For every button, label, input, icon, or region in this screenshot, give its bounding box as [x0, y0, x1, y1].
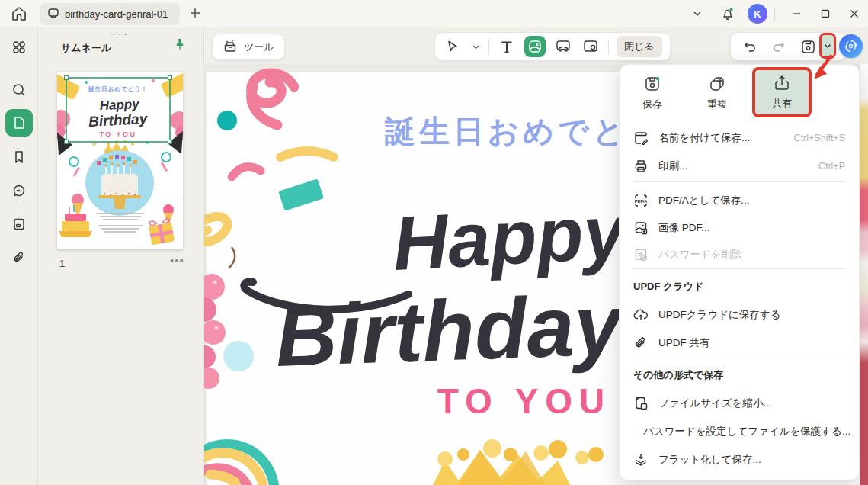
edit-toolbar: 閉じる — [434, 32, 671, 61]
menu-item-label: UPDF 共有 — [658, 336, 710, 350]
quick-duplicate-label: 重複 — [707, 98, 727, 111]
canvas-greeting-jp[interactable]: 誕生日おめでと — [384, 114, 628, 148]
sidebar-item-attachments[interactable] — [5, 244, 33, 271]
menu-item-label: PDF/Aとして保存... — [658, 194, 749, 207]
quick-save-label: 保存 — [642, 98, 662, 111]
menu-item-image-pdf[interactable]: 画像 PDF... — [633, 219, 845, 237]
thumb-title-word2: Birthday — [88, 111, 149, 130]
flatten-layers-icon — [633, 452, 649, 467]
left-icon-rail — [0, 27, 38, 485]
menu-divider — [633, 358, 845, 358]
menu-section-other-formats: その他の形式で保存 — [633, 368, 723, 382]
reduce-file-size-icon — [633, 396, 649, 411]
pin-icon[interactable] — [173, 37, 187, 54]
text-tool[interactable] — [497, 37, 517, 56]
paperclip-icon — [633, 336, 649, 351]
shortcut-label: Ctrl+Shift+S — [794, 133, 845, 143]
save-icon[interactable] — [798, 37, 818, 56]
search-icon[interactable] — [5, 76, 33, 104]
page-thumbnail-1[interactable]: 誕生日おめでとう！ Happy Birthday TO YOU — [57, 72, 183, 249]
menu-item-save-as[interactable]: 名前を付けて保存... Ctrl+Shift+S — [633, 129, 845, 147]
menu-section-cloud: UPDF クラウド — [633, 280, 703, 294]
menu-item-print[interactable]: 印刷... Ctrl+P — [633, 157, 845, 175]
menu-item-protect-with-password[interactable]: パスワードを設定してファイルを保護する... — [633, 422, 845, 441]
stamp-location-tool[interactable] — [581, 37, 601, 56]
canvas-title-word2[interactable]: Birthday — [274, 277, 626, 384]
duplicate-icon — [708, 75, 726, 93]
page-options-icon[interactable]: ••• — [170, 254, 184, 267]
menu-divider — [633, 181, 845, 182]
undo-icon[interactable] — [740, 37, 760, 56]
select-tool-chevron-icon[interactable] — [470, 37, 481, 56]
menu-item-label: パスワードを削除 — [658, 248, 742, 262]
sidebar-item-comments[interactable] — [5, 177, 33, 204]
menu-item-label: フラット化して保存... — [658, 453, 761, 467]
redo-icon[interactable] — [769, 37, 789, 56]
quick-share-button-highlighted[interactable]: 共有 — [752, 67, 812, 117]
menu-item-save-to-cloud[interactable]: UPDFクラウドに保存する — [633, 306, 845, 324]
select-tool[interactable] — [443, 37, 463, 56]
menu-item-label: 印刷... — [658, 159, 687, 173]
menu-item-label: パスワードを設定してファイルを保護する... — [643, 425, 850, 438]
cloud-upload-icon — [633, 307, 649, 323]
save-options-chevron-button[interactable] — [819, 33, 836, 59]
quick-save-button[interactable]: 保存 — [626, 69, 679, 117]
updf-app-window: birthday-card-genral-01 K — [0, 0, 868, 485]
image-tool-selected[interactable] — [524, 36, 546, 57]
quick-share-label: 共有 — [772, 97, 792, 111]
app-grid-icon[interactable] — [5, 34, 33, 61]
thumb-greeting-jp: 誕生日おめでとう！ — [88, 85, 147, 92]
menu-divider — [633, 268, 845, 269]
thumb-subtitle: TO YOU — [99, 130, 136, 138]
panel-title: サムネール — [61, 41, 111, 55]
toolbar-separator — [488, 39, 489, 54]
save-as-icon — [633, 130, 649, 146]
menu-item-label: ファイルサイズを縮小... — [658, 397, 772, 410]
link-tool[interactable] — [553, 37, 573, 56]
minimize-button[interactable] — [783, 0, 809, 27]
titlebar: birthday-card-genral-01 K — [0, 0, 868, 27]
quick-save-icon — [643, 75, 661, 93]
light-blue-dot — [223, 341, 254, 371]
menu-item-flatten-and-save[interactable]: フラット化して保存... — [633, 451, 845, 469]
new-tab-button[interactable] — [187, 5, 203, 24]
notifications-bell-icon[interactable] — [715, 0, 741, 27]
close-window-button[interactable] — [841, 0, 867, 27]
shortcut-label: Ctrl+P — [818, 161, 845, 172]
tools-button-label: ツール — [244, 40, 274, 54]
share-icon — [773, 74, 791, 92]
user-avatar[interactable]: K — [748, 4, 767, 24]
menu-item-updf-share[interactable]: UPDF 共有 — [633, 334, 845, 352]
menu-item-remove-password: パスワードを削除 — [633, 246, 845, 264]
pdfa-icon: PDF/A — [633, 193, 649, 208]
ai-assistant-button[interactable] — [839, 34, 863, 58]
sidebar-item-pages[interactable] — [5, 210, 33, 238]
home-icon[interactable] — [10, 5, 28, 26]
sidebar-item-thumbnails[interactable] — [5, 109, 33, 137]
remove-password-icon — [633, 247, 649, 262]
menu-item-save-as-pdfa[interactable]: PDF/A PDF/Aとして保存... — [633, 191, 845, 210]
tab-doc-icon — [47, 7, 59, 22]
canvas-title-word1[interactable]: Happy — [391, 188, 631, 286]
save-share-dropdown-menu: 保存 重複 共有 名前を付けて保存... Ctrl+Shift+S — [619, 64, 860, 480]
menu-item-label: UPDFクラウドに保存する — [658, 308, 780, 322]
menu-item-reduce-file-size[interactable]: ファイルサイズを縮小... — [633, 394, 845, 413]
menu-item-label: 画像 PDF... — [658, 221, 710, 235]
document-tab[interactable]: birthday-card-genral-01 — [40, 3, 180, 25]
page-number: 1 — [59, 258, 65, 269]
canvas-subtitle[interactable]: TO YOU — [437, 381, 612, 421]
menu-item-label: 名前を付けて保存... — [658, 131, 750, 145]
quick-duplicate-button[interactable]: 重複 — [690, 69, 744, 117]
tools-button[interactable]: ツール — [212, 34, 285, 60]
sidebar-item-bookmarks[interactable] — [5, 143, 33, 171]
page-edge-sliver — [860, 64, 868, 485]
tab-title: birthday-card-genral-01 — [65, 8, 168, 20]
confetti-teal-dot — [217, 111, 237, 130]
close-edit-mode-button[interactable]: 閉じる — [617, 36, 662, 57]
maximize-button[interactable] — [812, 0, 838, 27]
toolbox-icon — [223, 38, 238, 56]
thumbnail-panel: ··· サムネール — [39, 27, 204, 485]
titlebar-chevron-down-icon[interactable] — [684, 0, 710, 27]
image-pdf-icon — [633, 220, 649, 236]
panel-drag-handle[interactable]: ··· — [112, 27, 130, 40]
